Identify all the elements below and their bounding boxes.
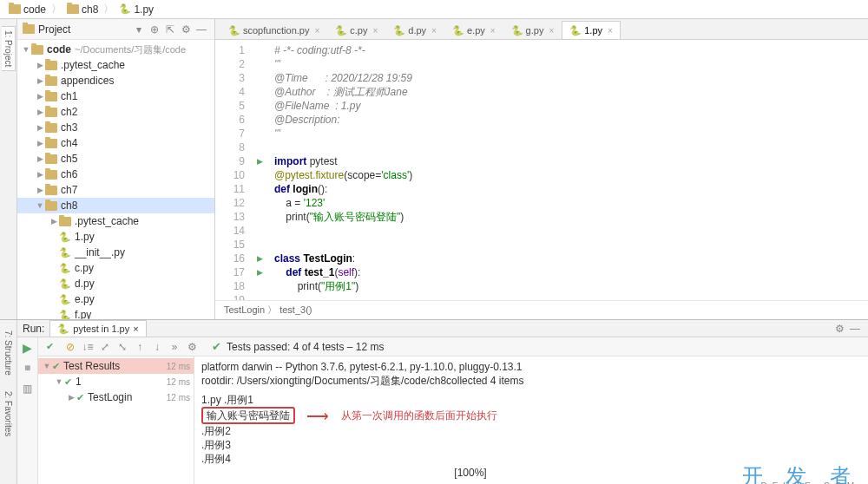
project-tool-tab[interactable]: 1: Project — [2, 26, 16, 71]
folder-icon — [9, 4, 21, 14]
dropdown-icon[interactable]: ▾ — [131, 22, 147, 37]
tree-folder[interactable]: ▶appendices — [17, 73, 214, 88]
folder-icon — [45, 154, 57, 164]
tree-file[interactable]: 1.py — [17, 229, 214, 245]
folder-icon — [45, 76, 57, 86]
code-editor[interactable]: 123456789101112131415161718192021222324 … — [215, 40, 868, 300]
folder-icon — [45, 92, 57, 101]
target-icon[interactable]: ⊕ — [147, 22, 162, 37]
console-line: platform darwin -- Python 3.7.6, pytest-… — [201, 360, 861, 374]
favorites-tool-tab[interactable]: 2: Favorites — [2, 388, 15, 440]
gear-icon[interactable] — [178, 22, 194, 37]
next-icon[interactable]: ↓ — [149, 339, 165, 355]
folder-icon — [45, 123, 57, 133]
test-status: Tests passed: 4 of 4 tests – 12 ms — [227, 341, 384, 353]
run-button[interactable]: ▶ — [23, 341, 32, 355]
folder-icon — [45, 139, 57, 148]
left-tool-strip-lower: 7: Structure 2: Favorites — [0, 320, 17, 484]
run-config-tab[interactable]: pytest in 1.py × — [49, 320, 146, 337]
folder-icon — [45, 108, 57, 117]
tree-file[interactable]: e.py — [17, 291, 214, 307]
tree-root[interactable]: ▼ code ~/Documents/习题集/code — [17, 42, 214, 57]
close-icon[interactable]: × — [431, 26, 437, 36]
bc-code[interactable]: code — [5, 3, 49, 16]
tree-file[interactable]: c.py — [17, 260, 214, 276]
tree-folder[interactable]: ▶ch4 — [17, 135, 214, 151]
editor-tab[interactable]: scopfunction.py× — [220, 21, 327, 39]
arrow-right-icon: ⟶ — [306, 408, 329, 425]
run-tool-window: 7: Structure 2: Favorites Run: pytest in… — [0, 319, 868, 484]
editor-tab[interactable]: e.py× — [444, 21, 503, 39]
highlight-box: 输入账号密码登陆 — [201, 407, 295, 424]
bc-ch8[interactable]: ch8 — [63, 3, 102, 16]
collapse-icon[interactable]: ⇱ — [162, 22, 178, 37]
tree-file[interactable]: d.py — [17, 276, 214, 291]
test-result-item[interactable]: ▶✔TestLogin12 ms — [38, 389, 194, 405]
project-title: Project — [38, 23, 131, 36]
bc-file[interactable]: 1.py — [115, 3, 157, 16]
export-icon[interactable]: » — [167, 339, 182, 355]
folder-icon — [59, 217, 71, 226]
annotation-text: 从第一次调用的函数后面开始执行 — [341, 409, 497, 422]
project-icon — [23, 24, 35, 34]
folder-icon — [31, 45, 43, 55]
python-icon — [57, 323, 69, 335]
structure-tool-tab[interactable]: 7: Structure — [2, 327, 15, 379]
tree-folder[interactable]: ▶ch2 — [17, 104, 214, 120]
test-toolbar: ✔ ⊘ ↓≡ ⤢ ⤡ ↑ ↓ » ✔ Tests passed: 4 of 4 … — [38, 337, 868, 356]
check-icon: ✔ — [212, 340, 221, 353]
chevron-right-icon: 〉 — [51, 2, 62, 16]
python-icon — [59, 293, 71, 305]
tree-folder[interactable]: ▶ch6 — [17, 167, 214, 182]
tree-file[interactable]: __init__.py — [17, 245, 214, 260]
tree-file[interactable]: f.py — [17, 307, 214, 319]
watermark: 开 发 者 DEVZE.COM — [742, 469, 859, 484]
python-icon — [59, 246, 71, 258]
sort-icon[interactable]: ↓≡ — [80, 339, 95, 355]
tree-folder[interactable]: ▶.pytest_cache — [17, 57, 214, 73]
close-icon[interactable]: × — [490, 26, 496, 36]
hide-icon[interactable]: — — [847, 321, 863, 337]
gear-icon[interactable] — [832, 321, 847, 337]
hide-icon[interactable]: — — [194, 22, 209, 37]
project-tree[interactable]: ▼ code ~/Documents/习题集/code ▶.pytest_cac… — [17, 40, 214, 319]
test-result-item[interactable]: ▼✔112 ms — [38, 374, 194, 389]
console-line: rootdir: /Users/xiongting/Documents/习题集/… — [201, 374, 861, 388]
breadcrumb: code 〉 ch8 〉 1.py — [0, 0, 868, 19]
python-icon — [335, 24, 347, 36]
tree-folder[interactable]: ▶ch5 — [17, 151, 214, 167]
close-icon[interactable]: × — [372, 26, 378, 36]
editor-breadcrumb[interactable]: TestLogin 〉 test_3() — [215, 300, 868, 319]
tree-folder[interactable]: ▶ch3 — [17, 120, 214, 135]
python-icon — [59, 231, 71, 243]
test-console[interactable]: platform darwin -- Python 3.7.6, pytest-… — [194, 356, 868, 484]
left-tool-strip: 1: Project — [0, 19, 17, 319]
run-tabs-bar: Run: pytest in 1.py × — — [17, 320, 868, 337]
editor-tab[interactable]: c.py× — [327, 21, 385, 39]
close-icon[interactable]: × — [133, 324, 138, 334]
tree-folder[interactable]: ▼ch8 — [17, 198, 214, 213]
test-results-tree[interactable]: ▼✔ Test Results 12 ms ▼✔112 ms▶✔TestLogi… — [38, 356, 194, 484]
layout-icon[interactable]: ▥ — [20, 381, 36, 396]
test-results-root[interactable]: ▼✔ Test Results 12 ms — [38, 358, 194, 374]
run-label: Run: — [23, 323, 44, 335]
stop-button[interactable]: ■ — [20, 360, 36, 376]
tree-folder[interactable]: ▶ch1 — [17, 88, 214, 104]
editor-tab[interactable]: g.py× — [503, 21, 562, 39]
expand-icon[interactable]: ⤢ — [97, 339, 113, 355]
close-icon[interactable]: × — [549, 26, 554, 36]
show-ignored-icon[interactable]: ⊘ — [62, 339, 78, 355]
tree-folder[interactable]: ▶.pytest_cache — [17, 213, 214, 229]
editor-tab[interactable]: 1.py× — [562, 21, 621, 39]
close-icon[interactable]: × — [608, 26, 613, 36]
close-icon[interactable]: × — [314, 26, 319, 36]
gear-icon[interactable] — [184, 339, 200, 355]
tree-folder[interactable]: ▶ch7 — [17, 182, 214, 198]
folder-icon — [45, 61, 57, 70]
python-icon — [59, 278, 71, 290]
collapse-all-icon[interactable]: ⤡ — [115, 339, 130, 355]
editor-tab[interactable]: d.py× — [385, 21, 444, 39]
prev-icon[interactable]: ↑ — [132, 339, 148, 355]
folder-icon — [45, 170, 57, 180]
show-passed-icon[interactable]: ✔ — [42, 339, 57, 355]
